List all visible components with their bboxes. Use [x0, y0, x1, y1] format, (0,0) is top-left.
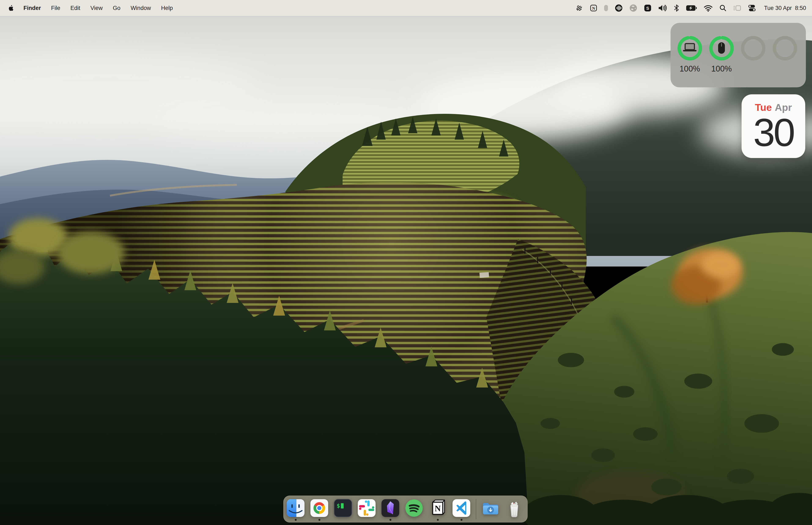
svg-text:S: S [646, 6, 649, 11]
wifi-icon[interactable] [704, 4, 713, 12]
dock-slack-icon[interactable] [357, 499, 376, 518]
svg-text:N: N [592, 6, 595, 11]
menu-bar: Finder File Edit View Go Window Help N [0, 0, 812, 16]
calendar-day: 30 [753, 115, 794, 150]
menu-item-view[interactable]: View [91, 0, 103, 16]
battery-ring-empty [737, 23, 769, 87]
apple-logo-icon [7, 5, 13, 12]
mouse-battery-icon[interactable] [604, 4, 608, 12]
battery-ring-empty [769, 23, 801, 87]
menu-item-help[interactable]: Help [161, 0, 173, 16]
dock-obsidian-icon[interactable] [381, 499, 400, 518]
apple-menu[interactable] [7, 5, 13, 12]
globe-icon[interactable] [629, 4, 637, 12]
svg-text:N: N [435, 504, 441, 513]
battery-percent: 100% [711, 64, 732, 74]
running-dot [461, 519, 462, 521]
spotlight-icon[interactable] [719, 4, 726, 12]
menu-bar-clock[interactable]: Tue 30 Apr 8:50 [764, 5, 806, 12]
running-dot [319, 519, 320, 521]
dock-finder-icon[interactable] [286, 499, 305, 518]
control-center-icon[interactable] [748, 4, 756, 12]
desktop: Finder File Edit View Go Window Help N [0, 0, 812, 525]
battery-ring-laptop: 100% [674, 23, 706, 87]
dock-chrome-icon[interactable] [310, 499, 328, 518]
volume-icon[interactable] [658, 4, 667, 12]
laptop-icon [683, 44, 696, 51]
mouse-icon [718, 42, 725, 54]
running-dot [295, 519, 297, 521]
dock-spotify-icon[interactable] [405, 499, 423, 518]
dock-vscode-icon[interactable] [452, 499, 471, 518]
battery-widget[interactable]: 100% 100% [671, 23, 806, 87]
svg-text:$: $ [337, 502, 340, 509]
notion-icon[interactable]: N [590, 4, 597, 12]
running-dot [389, 519, 392, 521]
battery-percent: 100% [679, 64, 700, 74]
slack-icon[interactable]: S [644, 4, 652, 12]
krisp-audio-icon[interactable] [615, 4, 623, 12]
running-dot [437, 519, 439, 521]
stage-manager-icon[interactable] [733, 4, 741, 12]
striped-app-icon[interactable] [575, 4, 583, 12]
dock-separator [476, 499, 476, 519]
battery-charging-icon[interactable] [686, 5, 697, 12]
menu-item-window[interactable]: Window [131, 0, 151, 16]
battery-ring-mouse: 100% [706, 23, 737, 87]
menu-item-go[interactable]: Go [113, 0, 121, 16]
dock: $ [284, 496, 527, 523]
menu-item-edit[interactable]: Edit [71, 0, 80, 16]
menu-item-file[interactable]: File [51, 0, 60, 16]
calendar-widget[interactable]: Tue Apr 30 [741, 94, 805, 158]
bluetooth-icon[interactable] [674, 4, 679, 12]
dock-notion-icon[interactable]: N [428, 499, 447, 518]
dock-trash-icon[interactable] [505, 499, 524, 518]
dock-downloads-folder-icon[interactable] [481, 499, 500, 518]
menu-item-app[interactable]: Finder [24, 0, 41, 16]
dock-terminal-icon[interactable]: $ [334, 499, 352, 518]
